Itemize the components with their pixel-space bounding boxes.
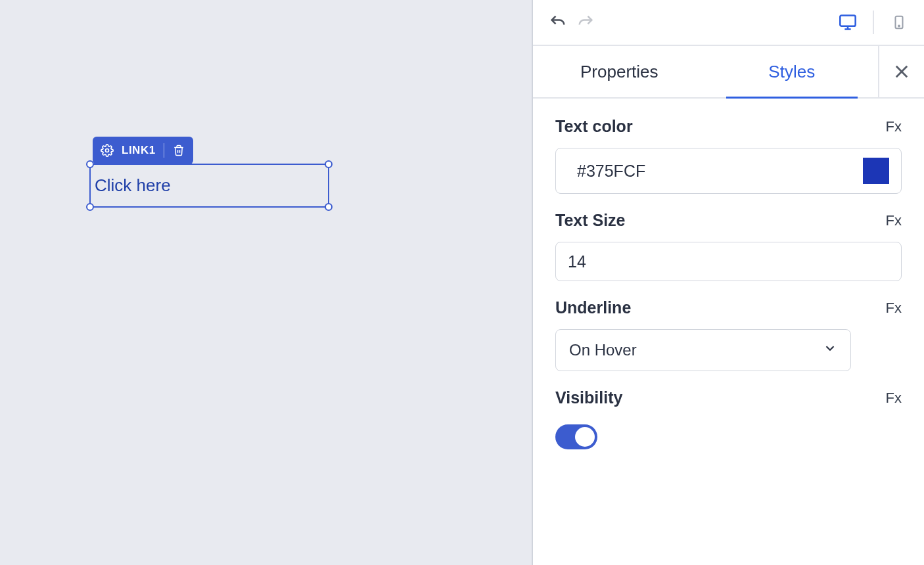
gear-icon[interactable] <box>101 144 114 157</box>
visibility-toggle[interactable] <box>555 424 597 449</box>
underline-group: Underline Fx On Hover <box>555 298 902 371</box>
resize-handle-tr[interactable] <box>325 160 333 168</box>
text-color-label: Text color <box>555 117 633 136</box>
text-color-swatch[interactable] <box>863 158 889 184</box>
toolbar-divider <box>164 143 164 158</box>
svg-point-3 <box>898 26 900 27</box>
close-panel-button[interactable] <box>878 46 924 97</box>
underline-label: Underline <box>555 298 631 317</box>
styles-panel-body: Text color Fx Text Size Fx <box>533 99 924 449</box>
visibility-fx[interactable]: Fx <box>886 390 902 407</box>
resize-handle-br[interactable] <box>325 203 333 211</box>
desktop-view-button[interactable] <box>839 13 857 32</box>
underline-fx[interactable]: Fx <box>886 300 902 317</box>
canvas-area[interactable]: LINK1 Click here <box>0 0 533 565</box>
visibility-group: Visibility Fx <box>555 388 902 449</box>
tab-properties[interactable]: Properties <box>533 46 706 97</box>
resize-handle-tl[interactable] <box>86 160 94 168</box>
visibility-label: Visibility <box>555 388 622 407</box>
resize-handle-bl[interactable] <box>86 203 94 211</box>
text-size-group: Text Size Fx <box>555 211 902 281</box>
mobile-view-button[interactable] <box>890 13 908 32</box>
svg-rect-1 <box>840 16 855 26</box>
svg-point-0 <box>106 149 109 152</box>
link-text: Click here <box>95 175 171 196</box>
text-size-input[interactable] <box>568 252 889 271</box>
selected-element-name: LINK1 <box>122 144 156 157</box>
text-color-fx[interactable]: Fx <box>886 118 902 135</box>
text-size-fx[interactable]: Fx <box>886 212 902 229</box>
toggle-knob <box>575 427 595 447</box>
side-panel: Properties Styles Text color Fx <box>533 0 924 565</box>
view-separator <box>873 11 874 34</box>
text-color-input-row[interactable] <box>555 148 902 194</box>
tab-styles[interactable]: Styles <box>706 46 879 97</box>
text-size-label: Text Size <box>555 211 626 230</box>
panel-top-bar <box>533 0 924 46</box>
underline-selected-value: On Hover <box>569 341 637 359</box>
text-color-input[interactable] <box>568 162 855 181</box>
chevron-down-icon <box>823 341 837 359</box>
redo-button[interactable] <box>576 13 595 32</box>
tabs-row: Properties Styles <box>533 46 924 99</box>
text-size-input-row[interactable] <box>555 242 902 281</box>
selection-toolbar: LINK1 <box>93 137 193 164</box>
trash-icon[interactable] <box>172 144 185 157</box>
underline-select[interactable]: On Hover <box>555 329 851 371</box>
text-color-group: Text color Fx <box>555 117 902 194</box>
selected-link-element[interactable]: Click here <box>89 164 329 208</box>
undo-button[interactable] <box>549 13 567 32</box>
